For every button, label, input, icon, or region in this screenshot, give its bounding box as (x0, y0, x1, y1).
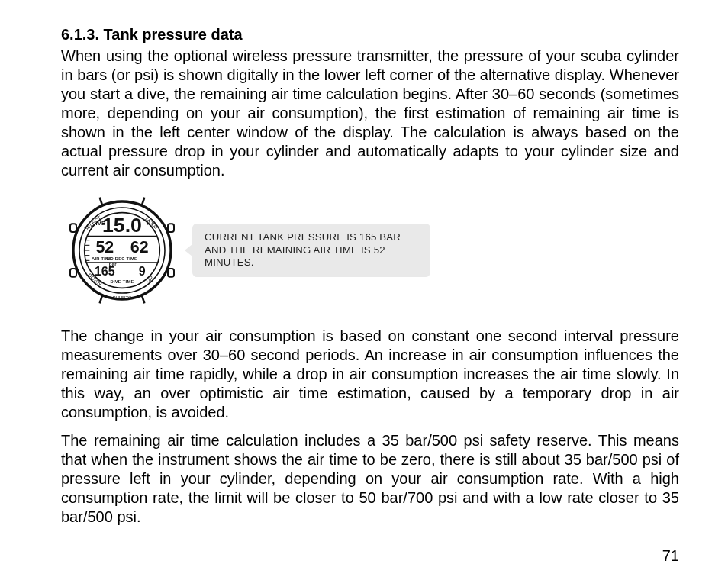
page-number: 71 (662, 547, 679, 565)
paragraph-3: The remaining air time calculation inclu… (61, 431, 679, 527)
dive-computer-illustration: SELECT MODE DOWN UP SUUNTO DIVE 15.0 m (61, 189, 183, 311)
callout-text: CURRENT TANK PRESSURE IS 165 BAR AND THE… (205, 231, 401, 268)
figure-row: SELECT MODE DOWN UP SUUNTO DIVE 15.0 m (61, 189, 679, 311)
svg-text:SUUNTO: SUUNTO (112, 295, 132, 300)
svg-text:15.0: 15.0 (102, 214, 142, 237)
svg-text:DIVE TIME: DIVE TIME (111, 279, 134, 284)
dive-computer-svg: SELECT MODE DOWN UP SUUNTO DIVE 15.0 m (61, 189, 183, 311)
svg-text:62: 62 (130, 238, 149, 256)
paragraph-2: The change in your air consumption is ba… (61, 327, 679, 422)
svg-rect-5 (168, 269, 174, 277)
svg-rect-2 (70, 224, 76, 232)
callout-bubble: CURRENT TANK PRESSURE IS 165 BAR AND THE… (192, 224, 430, 277)
section-heading: 6.1.3. Tank pressure data (61, 26, 679, 44)
svg-text:9: 9 (139, 265, 146, 278)
svg-text:165: 165 (95, 265, 115, 278)
svg-text:52: 52 (95, 238, 114, 256)
section-number: 6.1.3. (61, 26, 99, 43)
svg-rect-3 (70, 269, 76, 277)
manual-page: 6.1.3. Tank pressure data When using the… (0, 0, 728, 577)
svg-rect-4 (168, 224, 174, 232)
callout-container: CURRENT TANK PRESSURE IS 165 BAR AND THE… (192, 224, 430, 277)
paragraph-1: When using the optional wireless pressur… (61, 47, 679, 180)
section-title-text: Tank pressure data (104, 26, 243, 43)
